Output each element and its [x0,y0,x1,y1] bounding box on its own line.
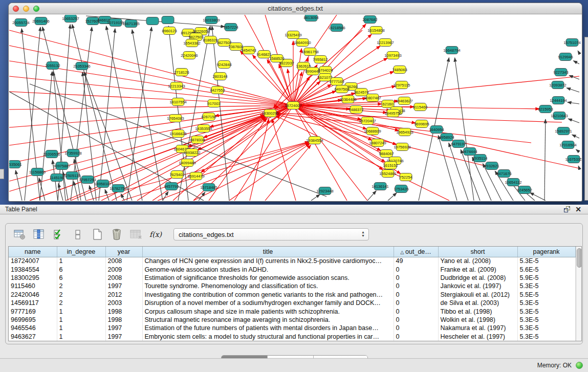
network-node[interactable]: 17957253 [79,176,96,184]
network-node[interactable]: 18724007 [285,102,301,110]
unselect-all-icon[interactable] [71,228,84,241]
network-node[interactable]: 12505135 [63,172,80,180]
network-node[interactable]: 9245652 [517,186,532,194]
network-node[interactable]: 6794024 [318,67,333,74]
network-node[interactable]: 16782759 [110,185,126,192]
network-node[interactable]: 9777169 [329,78,344,85]
network-node[interactable]: 14353554 [195,125,212,133]
network-node[interactable]: 20055724 [12,19,29,27]
network-node[interactable]: 19218586 [328,24,345,32]
network-node[interactable]: 7857224 [223,24,238,31]
network-node[interactable]: 7932621 [484,162,499,170]
network-node[interactable]: 9242848 [216,61,231,69]
column-header-pagerank[interactable]: pagerank [517,247,575,257]
network-node[interactable]: 2718126 [174,69,189,76]
select-all-icon[interactable] [52,228,65,241]
network-node[interactable]: 8878334 [190,136,205,144]
delete-table-icon[interactable] [129,228,143,241]
network-node[interactable]: 10973493 [384,52,401,59]
network-node[interactable]: 20364486 [339,96,356,103]
window-titlebar[interactable]: citations_edges.txt [9,3,582,14]
memory-ok-indicator-icon[interactable] [576,362,583,369]
network-node[interactable]: 10654112 [505,179,522,186]
network-node[interactable]: 8471676 [496,170,511,178]
network-node[interactable]: 19166825 [169,130,186,138]
column-header-short[interactable]: short [438,247,517,257]
column-header-outde[interactable]: △out_de… [394,247,438,257]
close-icon[interactable]: ✕ [573,205,584,213]
network-node[interactable]: 15892971 [555,127,572,135]
table-row[interactable]: 946554611997Estimation of the future num… [9,324,575,332]
network-node[interactable]: 19384554 [306,137,323,144]
function-builder-icon[interactable]: f(x) [149,228,162,241]
network-node[interactable]: 16210643 [551,112,568,120]
network-node[interactable]: 8454743 [241,47,256,54]
network-node[interactable]: 6479197 [451,140,466,148]
network-node[interactable]: 1588520 [269,55,284,62]
network-node[interactable]: 15718485 [200,184,217,191]
table-row[interactable]: 1830029562008Estimation of significance … [9,274,575,282]
network-node[interactable]: 18300295 [262,110,278,117]
network-node[interactable]: 3624574 [354,89,368,96]
network-node[interactable]: 8960123 [162,27,177,35]
network-node[interactable]: 7486372 [349,106,363,114]
network-node[interactable]: 17016504 [559,141,576,149]
network-node[interactable]: 14099489 [179,159,195,167]
network-node[interactable]: 12213967 [377,39,394,47]
network-node[interactable]: 2087682 [362,16,377,24]
network-node[interactable]: 22420046 [181,52,198,59]
network-node[interactable]: 14136141 [372,183,388,190]
network-node[interactable]: 16154808 [367,27,384,34]
network-node[interactable]: 14938222 [183,149,200,157]
network-node[interactable]: 12975115 [394,81,410,89]
network-node[interactable]: 2803144 [212,73,227,80]
table-row[interactable]: 1456911722003Disruption of a novel membe… [9,299,575,307]
network-node[interactable]: 15720407 [359,117,376,125]
network-node[interactable]: 20691406 [32,17,49,25]
network-node[interactable]: 16958107 [94,180,111,188]
table-row[interactable]: 977716911998Corpus callosum shape and si… [9,307,575,315]
network-node[interactable]: 20206536 [43,150,60,158]
network-node[interactable]: 6497568 [334,85,349,93]
network-node[interactable]: 16543382 [183,39,200,47]
network-node[interactable]: 9129946 [558,53,573,61]
network-node[interactable]: 9227343 [553,69,568,76]
network-node[interactable]: 15524861 [379,170,396,178]
network-node[interactable]: 1640954 [429,126,444,134]
network-node[interactable]: 752254 [399,173,412,181]
network-node[interactable]: 11675335 [565,156,581,163]
float-window-icon[interactable] [561,205,573,213]
network-node[interactable]: 9884067 [379,150,394,158]
network-node[interactable]: 16961758 [301,48,318,56]
network-node[interactable]: 1753426 [394,185,408,193]
network-node[interactable]: 7955812 [313,56,328,63]
network-node[interactable]: 90975887 [53,162,70,170]
table-scrollbar[interactable] [576,247,582,341]
network-node[interactable]: 17654083 [167,115,184,122]
node-table[interactable]: namein_degreeyeartitle△out_de…shortpager… [9,247,576,341]
network-node[interactable]: 15751074 [563,39,580,47]
network-node[interactable]: 1535061 [9,161,22,168]
network-node[interactable]: 18807249 [369,139,386,147]
network-node[interactable]: 9699695 [414,120,429,128]
network-node[interactable]: 1145190 [50,174,64,182]
network-node[interactable]: 2935114 [473,155,488,162]
network-node[interactable]: 17359928 [64,149,81,157]
network-node[interactable]: 7625402 [169,171,184,179]
network-node[interactable]: 12093872 [549,81,566,89]
network-window[interactable]: citations_edges.txt 18724007183002951938… [9,3,582,201]
network-node[interactable]: 8267150 [201,113,216,121]
network-node[interactable]: 13325419 [285,31,301,39]
network-node[interactable]: 9457791 [164,183,179,190]
network-node[interactable]: 10688609 [364,127,381,135]
scrollbar-thumb[interactable] [577,248,582,268]
network-node[interactable]: 19463627 [396,97,412,105]
network-node[interactable] [146,17,159,25]
network-node[interactable]: 8215953 [538,105,553,113]
network-node[interactable]: 18495756 [384,110,401,117]
table-selector[interactable]: citations_edges.txt ▲▼ [173,228,369,240]
network-node[interactable]: 9474444 [462,148,477,156]
network-node[interactable]: 16033809 [203,16,220,24]
network-node[interactable]: 19654923 [396,128,413,136]
column-header-year[interactable]: year [105,247,142,257]
